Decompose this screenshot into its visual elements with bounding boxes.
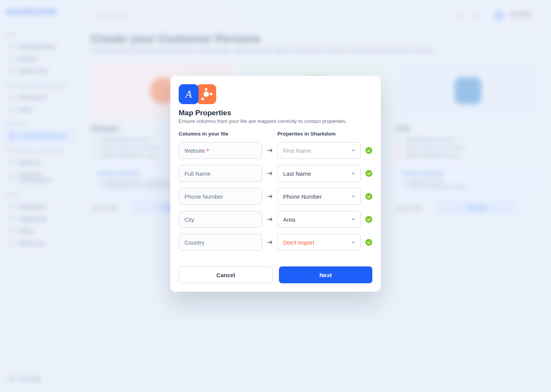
arrow-right-icon (266, 216, 274, 223)
next-button[interactable]: Next (279, 266, 372, 283)
mapping-row: CountryDon't Import (179, 234, 372, 251)
chevron-down-icon (350, 217, 356, 222)
arrow-right-icon (266, 238, 274, 246)
properties-header: Properties in Sharkdom (277, 131, 372, 137)
property-select[interactable]: Phone Number (277, 188, 361, 205)
sharkdom-app-icon: A (179, 84, 199, 104)
mapping-row: Full NameLast Name (179, 165, 372, 182)
map-properties-modal: A Map Properties Ensure columns from you… (170, 76, 381, 292)
file-column-value: Website (184, 147, 205, 154)
chevron-down-icon (350, 240, 356, 245)
mapping-status (361, 170, 372, 177)
mapping-row: CityArea (179, 211, 372, 228)
modal-app-icons: A (179, 84, 372, 104)
mapping-status (361, 147, 372, 154)
map-arrow (262, 238, 277, 246)
property-select[interactable]: First Name (277, 142, 361, 159)
hubspot-app-icon (196, 84, 216, 104)
map-arrow (262, 216, 277, 223)
modal-divider (179, 258, 372, 259)
cancel-button[interactable]: Cancel (179, 266, 273, 283)
file-column-value: Full Name (184, 170, 210, 177)
file-column-value: Country (184, 239, 205, 246)
check-circle-icon (365, 239, 372, 246)
required-asterisk-icon: * (207, 147, 209, 154)
property-select[interactable]: Area (277, 211, 361, 228)
property-value: First Name (283, 147, 311, 154)
mapping-row: Website*First Name (179, 142, 372, 159)
check-circle-icon (365, 193, 372, 200)
property-value: Don't Import (283, 239, 314, 246)
check-circle-icon (365, 170, 372, 177)
chevron-down-icon (350, 194, 356, 199)
property-select[interactable]: Last Name (277, 165, 361, 182)
check-circle-icon (365, 216, 372, 223)
chevron-down-icon (350, 171, 356, 176)
file-column-field[interactable]: Phone Number (179, 188, 262, 205)
file-column-field[interactable]: City (179, 211, 262, 228)
property-select[interactable]: Don't Import (277, 234, 361, 251)
file-column-field[interactable]: Country (179, 234, 262, 251)
mapping-status (361, 193, 372, 200)
arrow-right-icon (266, 170, 274, 177)
arrow-right-icon (266, 193, 274, 200)
property-value: Phone Number (283, 193, 322, 200)
property-value: Area (283, 216, 295, 223)
file-column-value: City (184, 216, 194, 223)
map-arrow (262, 147, 277, 154)
arrow-right-icon (266, 147, 274, 154)
modal-title: Map Properties (179, 109, 372, 117)
check-circle-icon (365, 147, 372, 154)
property-value: Last Name (283, 170, 311, 177)
mapping-status (361, 216, 372, 223)
file-column-field[interactable]: Website* (179, 142, 262, 159)
mapping-status (361, 239, 372, 246)
map-arrow (262, 193, 277, 200)
modal-subtitle: Ensure columns from your file are mapped… (179, 118, 372, 124)
map-arrow (262, 170, 277, 177)
columns-header: Columns in your file (179, 131, 262, 137)
file-column-value: Phone Number (184, 193, 223, 200)
file-column-field[interactable]: Full Name (179, 165, 262, 182)
mapping-row: Phone NumberPhone Number (179, 188, 372, 205)
chevron-down-icon (350, 148, 356, 153)
